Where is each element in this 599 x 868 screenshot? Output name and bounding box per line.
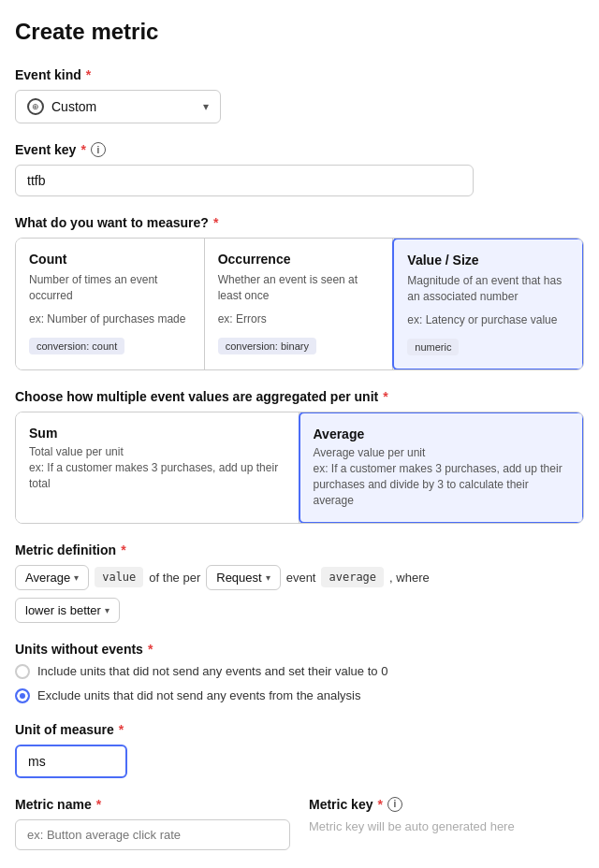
custom-icon: ⊕ [27,98,44,115]
what-measure-required: * [213,215,218,230]
value-pill: value [95,567,143,587]
units-radio-group: Include units that did not send any even… [15,664,584,703]
page-title: Create metric [15,19,584,45]
agg-sum-title: Sum [29,426,285,441]
aggregation-cards-row: Sum Total value per unit ex: If a custom… [15,412,584,523]
measure-occurrence-desc: Whether an event is seen at least once [218,272,380,304]
measure-count-badge: conversion: count [29,338,124,354]
lower-better-row: lower is better ▾ [15,598,584,623]
lower-better-chevron: ▾ [105,605,110,615]
radio-include-label: Include units that did not send any even… [37,664,387,678]
measure-card-value-size[interactable]: Value / Size Magnitude of an event that … [392,238,584,370]
metric-def-required: * [121,542,125,557]
radio-include-circle [15,664,30,679]
metric-key-col: Metric key * i Metric key will be auto g… [309,797,584,850]
measure-occurrence-title: Occurrence [218,252,380,267]
measure-value-title: Value / Size [407,253,569,268]
agg-avg-desc: Average value per unit [314,445,570,461]
metric-key-required: * [377,797,382,812]
units-required: * [148,642,153,657]
measure-count-desc: Number of times an event occurred [29,272,191,304]
metric-name-required: * [96,797,101,812]
agg-select-chevron: ▾ [74,572,79,583]
request-select-chevron: ▾ [266,572,270,583]
what-measure-section: What do you want to measure? * Count Num… [15,215,584,370]
aggregation-select[interactable]: Average ▾ [15,565,89,590]
units-without-events-label: Units without events * [15,642,584,657]
measure-value-desc: Magnitude of an event that has an associ… [407,273,569,305]
measure-value-badge: numeric [407,339,459,355]
agg-avg-example: ex: If a customer makes 3 purchases, add… [314,461,570,508]
metric-name-label: Metric name * [15,797,290,812]
measure-card-occurrence[interactable]: Occurrence Whether an event is seen at l… [205,239,394,369]
event-text: event [286,571,316,585]
measure-occurrence-example: ex: Errors [218,311,380,327]
metric-key-placeholder: Metric key will be auto generated here [309,819,584,833]
event-key-label: Event key * i [15,142,584,157]
event-key-section: Event key * i [15,142,584,196]
radio-exclude-label: Exclude units that did not send any even… [37,688,360,702]
event-kind-dropdown[interactable]: ⊕ Custom ▾ [15,90,221,123]
event-kind-label: Event kind * [15,67,584,82]
metric-definition-section: Metric definition * Average ▾ value of t… [15,542,584,623]
event-kind-required: * [86,67,91,82]
radio-exclude-circle [15,688,30,703]
units-without-events-section: Units without events * Include units tha… [15,642,584,703]
event-key-info-icon[interactable]: i [91,142,106,157]
measure-card-count[interactable]: Count Number of times an event occurred … [16,239,205,369]
agg-sum-desc: Total value per unit [29,444,285,460]
measure-count-example: ex: Number of purchases made [29,311,191,327]
metric-def-label: Metric definition * [15,542,584,557]
unit-of-measure-label: Unit of measure * [15,722,584,737]
unit-of-measure-section: Unit of measure * [15,722,584,778]
aggregation-required: * [383,389,387,404]
aggregation-section: Choose how multiple event values are agg… [15,389,584,523]
measure-value-example: ex: Latency or purchase value [407,312,569,328]
radio-exclude[interactable]: Exclude units that did not send any even… [15,688,584,703]
event-kind-section: Event kind * ⊕ Custom ▾ [15,67,584,123]
event-pill: average [321,567,384,587]
measure-occurrence-badge: conversion: binary [218,338,316,354]
chevron-down-icon: ▾ [203,100,209,113]
agg-sum-example: ex: If a customer makes 3 purchases, add… [29,460,285,492]
measure-cards-row: Count Number of times an event occurred … [15,238,584,370]
unit-of-measure-input[interactable] [15,745,127,778]
of-the-per-text: of the per [149,571,200,585]
event-key-required: * [80,142,85,157]
event-kind-value: Custom [51,99,96,114]
agg-card-sum[interactable]: Sum Total value per unit ex: If a custom… [16,412,300,522]
bottom-row: Metric name * Metric key * i Metric key … [15,797,584,850]
metric-def-row: Average ▾ value of the per Request ▾ eve… [15,565,584,590]
lower-better-select[interactable]: lower is better ▾ [15,598,120,623]
unit-of-measure-required: * [119,722,124,737]
metric-key-label: Metric key * i [309,797,584,812]
metric-name-input[interactable] [15,819,290,850]
radio-include[interactable]: Include units that did not send any even… [15,664,584,679]
agg-card-average[interactable]: Average Average value per unit ex: If a … [299,412,585,523]
where-text: , where [389,571,430,585]
what-measure-label: What do you want to measure? * [15,215,584,230]
agg-avg-title: Average [314,427,570,441]
event-key-input[interactable] [15,165,474,196]
request-select[interactable]: Request ▾ [206,565,280,590]
aggregation-label: Choose how multiple event values are agg… [15,389,584,404]
measure-count-title: Count [29,252,191,267]
metric-name-col: Metric name * [15,797,290,850]
metric-key-info-icon[interactable]: i [387,797,402,812]
